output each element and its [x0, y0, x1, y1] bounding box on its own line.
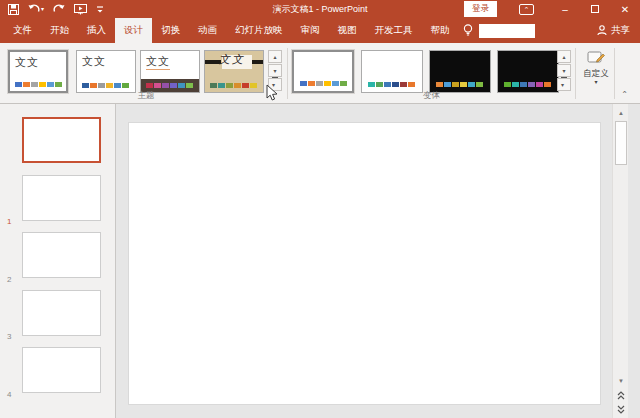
quick-access-toolbar: ▾	[0, 2, 104, 16]
tab-home[interactable]: 开始	[41, 18, 78, 43]
slide-thumbnail-1[interactable]	[22, 117, 101, 163]
slide-editor-area	[116, 104, 612, 418]
sign-in-button[interactable]: 登录	[464, 1, 497, 17]
tab-animations[interactable]: 动画	[189, 18, 226, 43]
theme-color-swatches	[146, 83, 193, 88]
person-icon	[597, 25, 607, 36]
maximize-icon	[591, 5, 599, 13]
theme-thumbnail-2[interactable]: 文文	[76, 50, 136, 93]
save-icon[interactable]	[8, 2, 19, 16]
themes-gallery-controls: ▴ ▾ ▾	[268, 50, 282, 91]
tab-help[interactable]: 帮助	[422, 18, 459, 43]
theme-sample-text: 文文	[77, 51, 135, 69]
theme-thumbnail-office[interactable]: 文文	[8, 50, 68, 93]
theme-thumbnail-3[interactable]: 文文	[140, 50, 200, 93]
scrollbar-thumb[interactable]	[615, 121, 627, 165]
tab-design[interactable]: 设计	[115, 18, 152, 43]
theme-sample-text: 文文	[219, 52, 245, 67]
variant-thumbnail-4[interactable]	[497, 50, 559, 93]
slide-thumbnail-4[interactable]	[22, 290, 101, 336]
theme-sample-text: 文文	[10, 52, 66, 70]
theme-sample-text: 文文	[146, 51, 170, 70]
minimize-button[interactable]: –	[550, 0, 580, 18]
variant-thumbnail-1[interactable]	[292, 50, 354, 93]
tab-view[interactable]: 视图	[329, 18, 366, 43]
tab-slideshow[interactable]: 幻灯片放映	[226, 18, 292, 43]
tell-me-search-input[interactable]	[479, 24, 535, 38]
tab-file[interactable]: 文件	[4, 18, 41, 43]
tab-review[interactable]: 审阅	[292, 18, 329, 43]
customize-qat-icon[interactable]	[96, 2, 104, 16]
slide-number: 1	[7, 217, 11, 226]
maximize-button[interactable]	[580, 0, 610, 18]
variant-color-swatches	[368, 82, 415, 87]
variant-color-swatches	[436, 82, 483, 87]
variants-group-label: 变体	[292, 90, 571, 102]
next-slide-icon[interactable]	[614, 403, 628, 416]
lightbulb-icon	[463, 24, 473, 37]
slide-size-icon	[587, 50, 605, 66]
variants-gallery-controls: ▴ ▾ ▾	[557, 50, 571, 91]
theme-color-swatches	[82, 83, 129, 88]
slide-thumbnail-2[interactable]	[22, 175, 101, 221]
powerpoint-window: ▾ 演示文稿1 - PowerPoint 登录 ⌃ – ✕ 文件 开始 插入 设…	[0, 0, 640, 418]
undo-icon[interactable]: ▾	[28, 2, 44, 16]
variants-gallery-down-button[interactable]: ▾	[557, 64, 571, 77]
slide-number: 3	[7, 332, 11, 341]
variants-gallery-up-button[interactable]: ▴	[557, 50, 571, 63]
themes-gallery-down-button[interactable]: ▾	[268, 64, 282, 77]
current-slide-canvas[interactable]	[128, 122, 601, 405]
redo-icon[interactable]	[53, 2, 65, 16]
share-button[interactable]: 共享	[597, 18, 640, 43]
variant-thumbnail-2[interactable]	[361, 50, 423, 93]
group-divider	[575, 48, 576, 99]
close-button[interactable]: ✕	[610, 0, 640, 18]
vertical-scrollbar[interactable]: ▲ ▼	[612, 104, 628, 418]
customize-button[interactable]: 自定义 ▾	[579, 50, 613, 85]
titlebar-right-controls: 登录 ⌃ – ✕	[464, 0, 640, 18]
variant-thumbnail-3[interactable]	[429, 50, 491, 93]
share-label: 共享	[611, 24, 630, 37]
slide-thumbnail-3[interactable]	[22, 232, 101, 278]
theme-color-swatches	[210, 83, 257, 88]
undo-dropdown-caret[interactable]: ▾	[41, 6, 44, 12]
collapse-ribbon-button[interactable]: ⌃	[621, 91, 628, 99]
ribbon-design: 文文 文文 文文 文文 ▴ ▾ ▾ 主题	[0, 43, 640, 104]
previous-slide-icon[interactable]	[614, 389, 628, 402]
scroll-up-icon[interactable]: ▲	[614, 106, 628, 119]
tab-insert[interactable]: 插入	[78, 18, 115, 43]
theme-thumbnail-4[interactable]: 文文	[204, 50, 264, 93]
title-bar: ▾ 演示文稿1 - PowerPoint 登录 ⌃ – ✕	[0, 0, 640, 18]
scroll-down-icon[interactable]: ▼	[614, 374, 628, 387]
slide-number: 4	[7, 390, 11, 399]
tell-me-box	[463, 18, 535, 43]
themes-gallery-up-button[interactable]: ▴	[268, 50, 282, 63]
theme-color-swatches	[15, 82, 62, 87]
ribbon-tab-row: 文件 开始 插入 设计 切换 动画 幻灯片放映 审阅 视图 开发工具 帮助 共享	[0, 18, 640, 43]
themes-group-label: 主题	[8, 90, 284, 102]
ribbon-display-options-icon[interactable]: ⌃	[519, 4, 534, 15]
variant-color-swatches	[300, 81, 347, 86]
slide-thumbnail-panel: 1 2 3 4 5	[0, 104, 115, 418]
customize-label: 自定义	[583, 68, 609, 78]
slide-thumbnail-5[interactable]	[22, 347, 101, 393]
group-divider	[287, 48, 288, 99]
customize-dropdown-caret: ▾	[594, 78, 597, 85]
tab-transitions[interactable]: 切换	[152, 18, 189, 43]
content-area: 1 2 3 4 5 ▲ ▼	[0, 104, 640, 418]
tab-developer[interactable]: 开发工具	[366, 18, 422, 43]
slide-number: 2	[7, 275, 11, 284]
group-divider	[614, 48, 615, 99]
more-icon: ▾	[272, 81, 278, 88]
more-icon: ▾	[561, 81, 567, 88]
start-slideshow-icon[interactable]	[74, 2, 87, 16]
variant-color-swatches	[504, 82, 551, 87]
